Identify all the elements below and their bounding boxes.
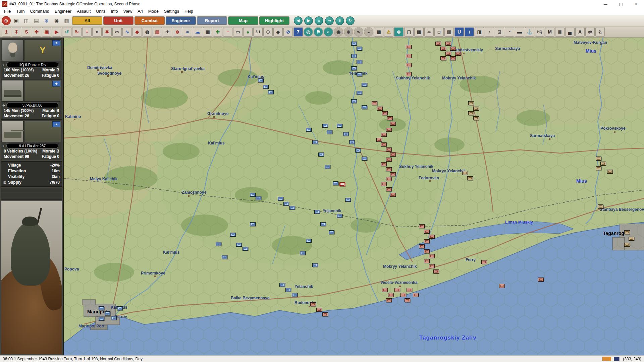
toolbar-tab[interactable]: All <box>72 16 102 25</box>
unit-counter[interactable] <box>400 293 406 297</box>
unit-counter[interactable] <box>473 107 479 111</box>
unit-counter[interactable] <box>429 235 435 239</box>
unit-counter[interactable] <box>390 122 396 126</box>
unit-counter[interactable] <box>306 128 312 132</box>
unit-counter[interactable] <box>333 181 338 185</box>
command-icon-button[interactable]: ≡ <box>82 27 92 37</box>
command-icon-button[interactable]: ▶ <box>52 27 61 37</box>
unit-counter[interactable] <box>624 243 630 247</box>
command-icon-button[interactable]: ↻ <box>72 27 82 37</box>
menu-item[interactable]: Command <box>27 8 52 14</box>
menu-item[interactable]: View <box>120 8 135 14</box>
unit-counter[interactable] <box>117 306 123 310</box>
minimize-button[interactable]: — <box>598 0 613 8</box>
unit-counter[interactable] <box>445 52 451 56</box>
command-icon-button[interactable]: ▦ <box>414 27 424 37</box>
command-icon-button[interactable]: ✚ <box>213 27 222 37</box>
map-canvas[interactable]: DemitriyevkaSvobodnoyeStaro-Ignat'yevkaK… <box>64 38 644 355</box>
command-icon-button[interactable]: ▣ <box>42 27 51 37</box>
command-icon-button[interactable]: ⚓ <box>525 27 534 37</box>
command-icon-button[interactable]: ▢ <box>404 27 414 37</box>
menu-item[interactable]: Units <box>93 8 108 14</box>
unit-counter[interactable] <box>312 140 318 144</box>
command-icon-button[interactable]: ◘ <box>434 27 444 37</box>
unit-counter[interactable] <box>376 138 382 142</box>
unit-counter[interactable] <box>390 193 396 197</box>
command-icon-button[interactable]: ≣ <box>555 27 565 37</box>
unit-counter[interactable] <box>316 308 322 312</box>
command-icon-button[interactable]: ▩ <box>374 27 383 37</box>
unit-counter[interactable] <box>216 242 221 246</box>
unit-counter[interactable] <box>355 148 361 153</box>
unit-counter[interactable] <box>413 293 419 297</box>
command-icon-button[interactable]: ▬ <box>515 27 524 37</box>
unit-counter[interactable] <box>450 56 456 60</box>
unit-counter[interactable] <box>450 47 456 51</box>
command-icon-button[interactable]: ◐ <box>324 27 333 37</box>
command-icon-button[interactable]: ◨ <box>475 27 484 37</box>
unit-counter[interactable] <box>445 42 451 46</box>
command-icon-button[interactable]: ◉ <box>334 27 343 37</box>
command-icon-button[interactable]: ☁ <box>193 27 202 37</box>
command-icon-button[interactable]: ∿ <box>354 27 363 37</box>
unit-counter[interactable] <box>250 193 256 197</box>
unit-counter[interactable] <box>258 78 264 82</box>
command-icon-button[interactable]: M <box>545 27 554 37</box>
unit-counter[interactable] <box>386 167 392 171</box>
unit-counter[interactable] <box>105 311 110 315</box>
unit-counter[interactable] <box>337 124 342 128</box>
unit-counter[interactable] <box>351 42 357 46</box>
unit-counter[interactable] <box>314 210 320 214</box>
command-icon-button[interactable]: ◒ <box>364 27 373 37</box>
menu-item[interactable]: Settings <box>161 8 182 14</box>
command-icon-button[interactable]: ⊗ <box>173 27 182 37</box>
unit-counter[interactable] <box>357 91 362 95</box>
toolbar-tab[interactable]: Unit <box>103 16 133 25</box>
unit-counter[interactable] <box>629 237 634 241</box>
unit-counter[interactable] <box>312 263 318 267</box>
unit-counter[interactable] <box>256 196 261 200</box>
unit-counter[interactable] <box>343 132 349 136</box>
command-icon-button[interactable]: ◔ <box>505 27 514 37</box>
unit-counter[interactable] <box>419 224 425 228</box>
command-icon-button[interactable]: ◍ <box>143 27 152 37</box>
unit-counter[interactable] <box>310 302 316 306</box>
unit-counter[interactable] <box>322 124 328 128</box>
command-icon-button[interactable]: ⇄ <box>585 27 595 37</box>
command-icon-button[interactable]: ⊘ <box>283 27 293 37</box>
unit-counter[interactable] <box>419 244 425 248</box>
menu-item[interactable]: Engineer <box>52 8 74 14</box>
unit-counter[interactable] <box>381 182 387 186</box>
unit-counter[interactable] <box>624 230 630 234</box>
unit-counter[interactable] <box>388 293 394 297</box>
unit-counter[interactable] <box>236 243 242 247</box>
unit-counter[interactable] <box>390 153 396 157</box>
toolbar-icon-button[interactable]: ⊕ <box>2 16 11 25</box>
unit-counter[interactable] <box>329 230 334 234</box>
unit-counter[interactable] <box>596 157 601 161</box>
unit-counter[interactable] <box>387 116 393 120</box>
unit-counter[interactable] <box>372 101 377 105</box>
menu-item[interactable]: Assault <box>74 8 93 14</box>
playback-button[interactable]: ▶ <box>304 16 313 25</box>
command-icon-button[interactable]: i <box>465 27 474 37</box>
unit-counter[interactable] <box>381 142 387 146</box>
command-icon-button[interactable]: ◈ <box>273 27 283 37</box>
unit-counter[interactable] <box>440 56 446 60</box>
command-icon-button[interactable]: U <box>454 27 464 37</box>
playback-button[interactable]: ⇥ <box>325 16 334 25</box>
command-icon-button[interactable]: ⊕ <box>344 27 353 37</box>
unit-counter[interactable] <box>468 101 474 105</box>
unit-counter[interactable] <box>362 83 367 87</box>
unit-counter[interactable] <box>462 171 468 175</box>
unit-counter[interactable] <box>429 254 435 258</box>
command-icon-button[interactable]: ⊙ <box>263 27 273 37</box>
command-icon-button[interactable]: ✂ <box>112 27 122 37</box>
unit-counter[interactable] <box>382 111 388 115</box>
unit-counter[interactable] <box>351 54 357 58</box>
command-icon-button[interactable]: S <box>22 27 31 37</box>
unit-counter[interactable] <box>600 162 606 166</box>
unit-counter[interactable] <box>424 230 430 234</box>
unit-counter[interactable] <box>111 316 117 320</box>
unit-counter[interactable] <box>285 288 291 292</box>
